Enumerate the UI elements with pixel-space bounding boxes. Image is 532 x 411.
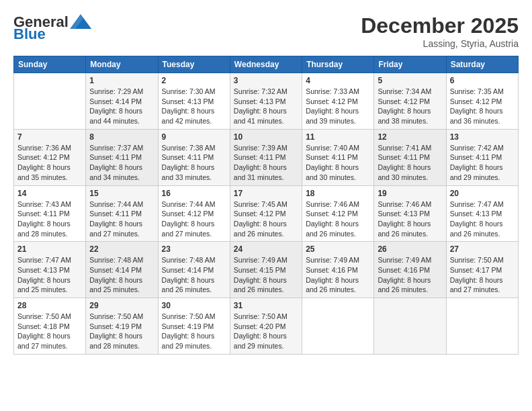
day-number: 5 [378, 76, 442, 85]
calendar-cell: 10Sunrise: 7:39 AM Sunset: 4:11 PM Dayli… [230, 129, 302, 185]
day-info: Sunrise: 7:50 AM Sunset: 4:19 PM Dayligh… [89, 312, 154, 351]
calendar-cell [446, 298, 518, 355]
title-block: December 2025 Lassing, Styria, Austria [361, 13, 519, 49]
day-number: 14 [17, 189, 82, 198]
day-info: Sunrise: 7:38 AM Sunset: 4:11 PM Dayligh… [162, 143, 226, 183]
calendar-cell: 12Sunrise: 7:41 AM Sunset: 4:11 PM Dayli… [374, 129, 446, 185]
weekday-header: Thursday [302, 56, 374, 73]
calendar-cell: 31Sunrise: 7:50 AM Sunset: 4:20 PM Dayli… [230, 298, 302, 355]
calendar-table: SundayMondayTuesdayWednesdayThursdayFrid… [13, 56, 519, 355]
day-number: 17 [234, 189, 298, 198]
logo: General Blue [13, 13, 91, 43]
calendar-week-row: 7Sunrise: 7:36 AM Sunset: 4:12 PM Daylig… [14, 129, 519, 185]
calendar-cell: 1Sunrise: 7:29 AM Sunset: 4:14 PM Daylig… [86, 73, 158, 130]
day-info: Sunrise: 7:45 AM Sunset: 4:12 PM Dayligh… [234, 199, 298, 239]
day-info: Sunrise: 7:46 AM Sunset: 4:12 PM Dayligh… [306, 199, 370, 239]
day-number: 31 [234, 301, 298, 310]
day-info: Sunrise: 7:32 AM Sunset: 4:13 PM Dayligh… [234, 87, 298, 126]
calendar-cell: 13Sunrise: 7:42 AM Sunset: 4:11 PM Dayli… [446, 129, 518, 185]
day-info: Sunrise: 7:36 AM Sunset: 4:12 PM Dayligh… [17, 143, 82, 183]
calendar-header-row: SundayMondayTuesdayWednesdayThursdayFrid… [14, 56, 519, 73]
calendar-week-row: 14Sunrise: 7:43 AM Sunset: 4:11 PM Dayli… [14, 185, 519, 242]
day-number: 15 [89, 189, 154, 198]
day-info: Sunrise: 7:49 AM Sunset: 4:16 PM Dayligh… [378, 255, 442, 295]
calendar-cell: 5Sunrise: 7:34 AM Sunset: 4:12 PM Daylig… [374, 73, 446, 130]
day-info: Sunrise: 7:48 AM Sunset: 4:14 PM Dayligh… [162, 255, 226, 295]
calendar-cell: 18Sunrise: 7:46 AM Sunset: 4:12 PM Dayli… [302, 185, 374, 242]
calendar-cell: 3Sunrise: 7:32 AM Sunset: 4:13 PM Daylig… [230, 73, 302, 130]
day-info: Sunrise: 7:44 AM Sunset: 4:11 PM Dayligh… [89, 199, 154, 239]
day-info: Sunrise: 7:49 AM Sunset: 4:15 PM Dayligh… [234, 255, 298, 295]
day-number: 19 [378, 189, 442, 198]
day-number: 25 [306, 244, 370, 254]
day-info: Sunrise: 7:41 AM Sunset: 4:11 PM Dayligh… [378, 143, 442, 183]
calendar-cell: 7Sunrise: 7:36 AM Sunset: 4:12 PM Daylig… [14, 129, 86, 185]
day-info: Sunrise: 7:49 AM Sunset: 4:16 PM Dayligh… [306, 255, 370, 295]
day-number: 23 [162, 244, 226, 254]
calendar-cell: 9Sunrise: 7:38 AM Sunset: 4:11 PM Daylig… [158, 129, 230, 185]
calendar-cell: 19Sunrise: 7:46 AM Sunset: 4:13 PM Dayli… [374, 185, 446, 242]
day-number: 10 [234, 132, 298, 142]
day-info: Sunrise: 7:35 AM Sunset: 4:12 PM Dayligh… [450, 87, 515, 126]
day-number: 24 [234, 244, 298, 254]
day-number: 18 [306, 189, 370, 198]
day-number: 13 [450, 132, 515, 142]
day-number: 16 [162, 189, 226, 198]
calendar-cell: 4Sunrise: 7:33 AM Sunset: 4:12 PM Daylig… [302, 73, 374, 130]
calendar-cell: 22Sunrise: 7:48 AM Sunset: 4:14 PM Dayli… [86, 242, 158, 298]
day-number: 26 [378, 244, 442, 254]
calendar-cell [14, 73, 86, 130]
calendar-cell: 24Sunrise: 7:49 AM Sunset: 4:15 PM Dayli… [230, 242, 302, 298]
day-info: Sunrise: 7:50 AM Sunset: 4:19 PM Dayligh… [162, 312, 226, 351]
calendar-cell: 25Sunrise: 7:49 AM Sunset: 4:16 PM Dayli… [302, 242, 374, 298]
location: Lassing, Styria, Austria [361, 38, 519, 49]
day-number: 11 [306, 132, 370, 142]
day-number: 1 [89, 76, 154, 85]
day-info: Sunrise: 7:47 AM Sunset: 4:13 PM Dayligh… [17, 255, 82, 295]
day-number: 9 [162, 132, 226, 142]
calendar-cell: 21Sunrise: 7:47 AM Sunset: 4:13 PM Dayli… [14, 242, 86, 298]
calendar-cell [302, 298, 374, 355]
day-number: 2 [162, 76, 226, 85]
day-number: 29 [89, 301, 154, 310]
day-info: Sunrise: 7:37 AM Sunset: 4:11 PM Dayligh… [89, 143, 154, 183]
day-info: Sunrise: 7:42 AM Sunset: 4:11 PM Dayligh… [450, 143, 515, 183]
calendar-week-row: 28Sunrise: 7:50 AM Sunset: 4:18 PM Dayli… [14, 298, 519, 355]
weekday-header: Friday [374, 56, 446, 73]
calendar-cell: 6Sunrise: 7:35 AM Sunset: 4:12 PM Daylig… [446, 73, 518, 130]
calendar-cell: 26Sunrise: 7:49 AM Sunset: 4:16 PM Dayli… [374, 242, 446, 298]
calendar-week-row: 1Sunrise: 7:29 AM Sunset: 4:14 PM Daylig… [14, 73, 519, 130]
day-info: Sunrise: 7:50 AM Sunset: 4:17 PM Dayligh… [450, 255, 515, 295]
day-number: 20 [450, 189, 515, 198]
logo-icon [70, 14, 91, 29]
day-info: Sunrise: 7:44 AM Sunset: 4:12 PM Dayligh… [162, 199, 226, 239]
calendar-cell: 15Sunrise: 7:44 AM Sunset: 4:11 PM Dayli… [86, 185, 158, 242]
day-info: Sunrise: 7:43 AM Sunset: 4:11 PM Dayligh… [17, 199, 82, 239]
calendar-cell: 28Sunrise: 7:50 AM Sunset: 4:18 PM Dayli… [14, 298, 86, 355]
day-info: Sunrise: 7:29 AM Sunset: 4:14 PM Dayligh… [89, 87, 154, 126]
day-info: Sunrise: 7:46 AM Sunset: 4:13 PM Dayligh… [378, 199, 442, 239]
day-number: 6 [450, 76, 515, 85]
day-info: Sunrise: 7:30 AM Sunset: 4:13 PM Dayligh… [162, 87, 226, 126]
day-info: Sunrise: 7:48 AM Sunset: 4:14 PM Dayligh… [89, 255, 154, 295]
day-number: 8 [89, 132, 154, 142]
weekday-header: Sunday [14, 56, 86, 73]
weekday-header: Saturday [446, 56, 518, 73]
calendar-cell: 17Sunrise: 7:45 AM Sunset: 4:12 PM Dayli… [230, 185, 302, 242]
calendar-cell: 16Sunrise: 7:44 AM Sunset: 4:12 PM Dayli… [158, 185, 230, 242]
day-number: 7 [17, 132, 82, 142]
day-info: Sunrise: 7:47 AM Sunset: 4:13 PM Dayligh… [450, 199, 515, 239]
calendar-cell: 23Sunrise: 7:48 AM Sunset: 4:14 PM Dayli… [158, 242, 230, 298]
day-info: Sunrise: 7:40 AM Sunset: 4:11 PM Dayligh… [306, 143, 370, 183]
month-title: December 2025 [361, 13, 519, 38]
day-info: Sunrise: 7:33 AM Sunset: 4:12 PM Dayligh… [306, 87, 370, 126]
calendar-cell: 2Sunrise: 7:30 AM Sunset: 4:13 PM Daylig… [158, 73, 230, 130]
calendar-cell: 11Sunrise: 7:40 AM Sunset: 4:11 PM Dayli… [302, 129, 374, 185]
calendar-cell [374, 298, 446, 355]
day-number: 22 [89, 244, 154, 254]
day-number: 3 [234, 76, 298, 85]
calendar-cell: 30Sunrise: 7:50 AM Sunset: 4:19 PM Dayli… [158, 298, 230, 355]
calendar-cell: 27Sunrise: 7:50 AM Sunset: 4:17 PM Dayli… [446, 242, 518, 298]
calendar-cell: 20Sunrise: 7:47 AM Sunset: 4:13 PM Dayli… [446, 185, 518, 242]
header: General Blue December 2025 Lassing, Styr… [13, 13, 519, 49]
